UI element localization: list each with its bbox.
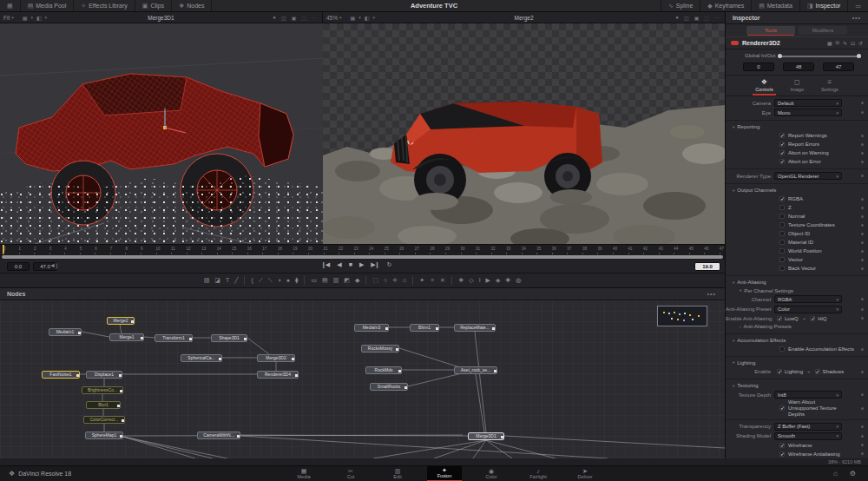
animate-dot[interactable] <box>861 348 864 351</box>
renderer3d-tool[interactable]: ◈ <box>496 277 500 284</box>
graph-node-merge3d1[interactable]: Merge3D1 <box>468 432 504 440</box>
ab-buffer-icon[interactable]: ◫ <box>279 15 288 21</box>
home-icon[interactable]: ⌂ <box>833 470 838 478</box>
planar-tracker-tool[interactable]: ⌂ <box>403 277 406 284</box>
merge3d-tool[interactable]: ❖ <box>458 277 464 284</box>
node-enable-toggle[interactable] <box>731 41 739 45</box>
checkbox-object-id[interactable] <box>779 231 785 236</box>
polygon-mask-tool[interactable]: ⟍ <box>268 277 273 284</box>
background-tool[interactable]: ▨ <box>204 277 210 284</box>
graph-node-rocksmossy[interactable]: RocksMossy <box>361 345 399 353</box>
viewer-options-menu[interactable]: ··· <box>713 15 721 20</box>
animate-dot[interactable] <box>861 207 864 209</box>
slider-handle-in[interactable] <box>778 54 782 58</box>
range-in-field[interactable]: 0.0 <box>7 262 30 271</box>
animate-dot[interactable] <box>861 259 864 261</box>
select-shading-model[interactable]: Smooth▾ <box>774 432 842 440</box>
graph-node-blinn1[interactable]: Blinn1 <box>410 324 439 332</box>
right-viewer[interactable] <box>323 23 725 244</box>
animate-dot[interactable] <box>861 224 864 227</box>
settings-gear-icon[interactable]: ⚙ <box>850 470 856 478</box>
global-out-field[interactable]: 48 <box>783 63 814 71</box>
animate-dot[interactable] <box>861 393 864 396</box>
checkbox-texture-coordinates[interactable] <box>779 222 785 227</box>
sharpen-tool[interactable]: ✕ <box>440 277 445 284</box>
copy-icon[interactable]: ⧉ <box>836 40 839 46</box>
graph-node-camerawithn[interactable]: CameraWithN... <box>197 432 240 439</box>
transform-tool[interactable]: ⬚ <box>372 277 378 284</box>
resize-tool[interactable]: ○ <box>384 277 387 284</box>
text-tool[interactable]: T <box>226 277 229 284</box>
page-fairlight[interactable]: ♪Fairlight <box>521 466 556 481</box>
roi-icon[interactable]: ⬚ <box>299 15 308 21</box>
page-fusion[interactable]: ✦Fusion <box>427 466 462 481</box>
reset-icon[interactable]: ↺ <box>858 40 863 46</box>
timeline-ruler[interactable]: 0123456789101112131415161718192021222324… <box>0 244 725 254</box>
current-frame-field[interactable]: 19.0 <box>694 262 720 271</box>
animate-dot[interactable] <box>861 435 864 438</box>
page-media[interactable]: ▦Media <box>286 466 321 481</box>
graph-node-merge1[interactable]: Merge1 <box>109 333 144 341</box>
checkbox-wireframe-antialiasing[interactable]: ✓ <box>779 451 785 457</box>
inspector-menu[interactable]: ••• <box>852 15 868 21</box>
glow-tool[interactable]: ✦ <box>419 277 424 284</box>
graph-node-transform1[interactable]: Transform1 <box>155 334 193 342</box>
animate-dot[interactable] <box>861 175 864 177</box>
nodes-panel-menu[interactable]: ••• <box>707 291 725 297</box>
graph-node-mediain1[interactable]: MediaIn1 <box>49 328 82 336</box>
animate-dot[interactable] <box>861 267 864 270</box>
checkbox-world-position[interactable] <box>779 248 785 254</box>
left-viewer-zoom-select[interactable]: Fit▾ <box>0 15 17 21</box>
section-header-anti-aliasing-presets[interactable]: ›Anti-Aliasing Presets <box>726 323 868 331</box>
shape3d-tool[interactable]: ◇ <box>469 277 473 284</box>
viewer-options-menu[interactable]: ··· <box>310 15 319 20</box>
effects-library-button[interactable]: ✧Effects Library <box>74 0 135 11</box>
graph-node-aset-rock-se[interactable]: Aset_rock_se... <box>454 366 497 374</box>
tab-settings[interactable]: ≡Settings <box>819 77 841 96</box>
ab-buffer-icon[interactable]: ◫ <box>682 15 691 21</box>
section-header-reporting[interactable]: ▾Reporting <box>726 122 868 131</box>
split-wipe-icon[interactable]: ▣ <box>693 15 701 21</box>
edit-icon[interactable]: ✎ <box>843 40 847 46</box>
slider-handle-out[interactable] <box>857 54 861 58</box>
tab-controls[interactable]: ❖Controls <box>753 77 775 96</box>
page-cut[interactable]: ✂Cut <box>333 466 368 481</box>
checkbox-report-warnings[interactable]: ✓ <box>779 133 785 138</box>
section-header-output-channels[interactable]: ▾Output Channels <box>726 186 868 194</box>
section-header-texturing[interactable]: ▾Texturing <box>726 381 868 390</box>
checkbox-rgba[interactable]: ✓ <box>779 196 785 201</box>
checkbox-z[interactable] <box>779 205 785 210</box>
checkbox-shadows[interactable]: ✓ <box>815 369 820 374</box>
bitmap-mask-tool[interactable]: ◑ <box>278 277 281 284</box>
animate-dot[interactable] <box>861 317 864 320</box>
metadata-button[interactable]: ▤Metadata <box>751 0 799 11</box>
select-anti-aliasing-preset[interactable]: Color▾ <box>774 306 842 313</box>
camera3d-tool[interactable]: I <box>479 277 481 284</box>
global-in-field[interactable]: 0 <box>743 63 774 71</box>
animate-dot[interactable] <box>861 452 864 455</box>
graph-node-rockmds[interactable]: RockMds <box>365 366 402 374</box>
graph-node-mediain3[interactable]: MediaIn3 <box>354 324 389 332</box>
animate-dot[interactable] <box>861 233 864 235</box>
node-graph-minimap[interactable] <box>657 306 707 326</box>
tab-tools[interactable]: Tools <box>746 26 795 35</box>
bspline-mask-tool[interactable]: ( <box>251 277 253 284</box>
select-renderer-type[interactable]: OpenGL Renderer▾ <box>774 172 842 180</box>
animate-dot[interactable] <box>861 152 864 155</box>
audio-mute-icon[interactable]: ◄) <box>49 262 57 268</box>
global-length-field[interactable]: 47 <box>823 63 854 71</box>
left-viewer[interactable] <box>0 23 323 244</box>
animate-dot[interactable] <box>861 215 864 218</box>
paint-tool[interactable]: ╱ <box>234 277 238 284</box>
graph-node-smallrocks[interactable]: SmallRocks <box>370 383 408 391</box>
animate-dot[interactable] <box>861 407 864 410</box>
tab-modifiers[interactable]: Modifiers <box>799 26 847 35</box>
select-texture-depth[interactable]: Int8▾ <box>774 391 842 399</box>
graph-node-sphericalca[interactable]: SphericalCa... <box>181 354 222 362</box>
clips-button[interactable]: ▣Clips <box>135 0 172 11</box>
panel-toggle-left-button[interactable]: ▦ <box>0 0 21 11</box>
animate-dot[interactable] <box>861 111 864 114</box>
section-header-lighting[interactable]: ▾Lighting <box>726 359 868 367</box>
roi-icon[interactable]: ⬚ <box>702 15 711 21</box>
animate-dot[interactable] <box>861 241 864 244</box>
